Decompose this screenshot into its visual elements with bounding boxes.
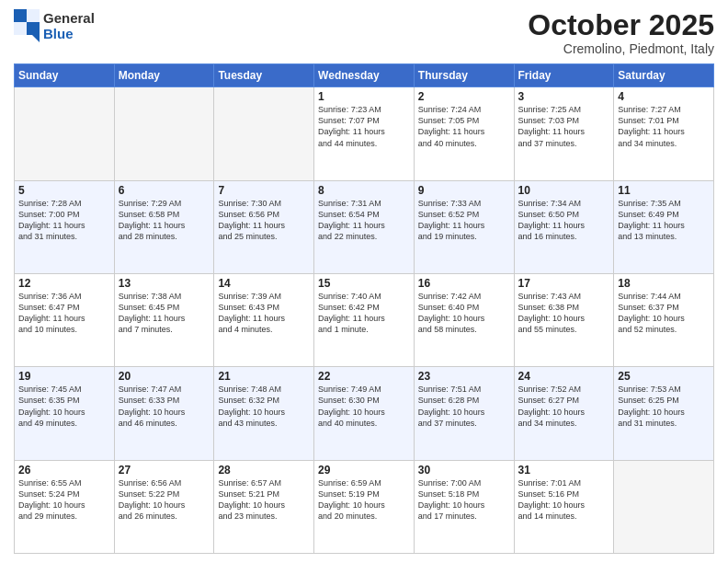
calendar-cell: 11Sunrise: 7:35 AM Sunset: 6:49 PM Dayli… bbox=[614, 180, 714, 273]
day-info: Sunrise: 7:49 AM Sunset: 6:30 PM Dayligh… bbox=[318, 384, 410, 429]
day-info: Sunrise: 7:45 AM Sunset: 6:35 PM Dayligh… bbox=[18, 384, 110, 429]
day-number: 3 bbox=[518, 90, 610, 103]
day-number: 8 bbox=[318, 184, 410, 197]
calendar-cell: 28Sunrise: 6:57 AM Sunset: 5:21 PM Dayli… bbox=[214, 460, 314, 553]
day-number: 17 bbox=[518, 277, 610, 290]
day-info: Sunrise: 7:30 AM Sunset: 6:56 PM Dayligh… bbox=[218, 198, 310, 243]
day-header-monday: Monday bbox=[114, 64, 214, 87]
day-number: 11 bbox=[618, 184, 710, 197]
day-info: Sunrise: 7:48 AM Sunset: 6:32 PM Dayligh… bbox=[218, 384, 310, 429]
day-number: 7 bbox=[218, 184, 310, 197]
day-header-friday: Friday bbox=[514, 64, 614, 87]
day-info: Sunrise: 7:29 AM Sunset: 6:58 PM Dayligh… bbox=[119, 198, 210, 243]
day-info: Sunrise: 6:56 AM Sunset: 5:22 PM Dayligh… bbox=[119, 477, 210, 523]
day-number: 20 bbox=[119, 370, 210, 383]
calendar-week-row: 1Sunrise: 7:23 AM Sunset: 7:07 PM Daylig… bbox=[15, 87, 714, 180]
day-number: 26 bbox=[18, 464, 110, 477]
day-header-sunday: Sunday bbox=[15, 64, 115, 87]
day-header-wednesday: Wednesday bbox=[314, 64, 415, 87]
day-number: 1 bbox=[318, 90, 410, 103]
day-info: Sunrise: 7:43 AM Sunset: 6:38 PM Dayligh… bbox=[518, 291, 610, 336]
day-info: Sunrise: 7:23 AM Sunset: 7:07 PM Dayligh… bbox=[318, 104, 410, 149]
calendar-cell: 5Sunrise: 7:28 AM Sunset: 7:00 PM Daylig… bbox=[15, 180, 115, 273]
day-header-tuesday: Tuesday bbox=[214, 64, 314, 87]
calendar-cell: 2Sunrise: 7:24 AM Sunset: 7:05 PM Daylig… bbox=[414, 87, 514, 180]
day-number: 9 bbox=[418, 184, 510, 197]
calendar-cell: 12Sunrise: 7:36 AM Sunset: 6:47 PM Dayli… bbox=[15, 273, 115, 366]
svg-marker-4 bbox=[27, 29, 40, 42]
svg-rect-2 bbox=[14, 22, 27, 35]
calendar-cell: 7Sunrise: 7:30 AM Sunset: 6:56 PM Daylig… bbox=[214, 180, 314, 273]
day-info: Sunrise: 7:00 AM Sunset: 5:18 PM Dayligh… bbox=[418, 477, 510, 523]
calendar-cell bbox=[214, 87, 314, 180]
day-info: Sunrise: 7:01 AM Sunset: 5:16 PM Dayligh… bbox=[518, 477, 610, 523]
calendar-cell bbox=[15, 87, 115, 180]
day-number: 2 bbox=[418, 90, 510, 103]
day-info: Sunrise: 7:25 AM Sunset: 7:03 PM Dayligh… bbox=[518, 104, 610, 149]
calendar-week-row: 12Sunrise: 7:36 AM Sunset: 6:47 PM Dayli… bbox=[15, 273, 714, 366]
calendar-cell: 21Sunrise: 7:48 AM Sunset: 6:32 PM Dayli… bbox=[214, 367, 314, 460]
calendar-cell: 20Sunrise: 7:47 AM Sunset: 6:33 PM Dayli… bbox=[114, 367, 214, 460]
day-number: 19 bbox=[18, 370, 110, 383]
logo: General Blue bbox=[14, 9, 95, 42]
calendar-cell: 22Sunrise: 7:49 AM Sunset: 6:30 PM Dayli… bbox=[314, 367, 415, 460]
day-number: 24 bbox=[518, 370, 610, 383]
calendar-cell: 17Sunrise: 7:43 AM Sunset: 6:38 PM Dayli… bbox=[514, 273, 614, 366]
day-number: 21 bbox=[218, 370, 310, 383]
logo-general: General bbox=[43, 10, 95, 26]
day-header-saturday: Saturday bbox=[614, 64, 714, 87]
calendar-cell bbox=[614, 460, 714, 553]
day-number: 29 bbox=[318, 464, 410, 477]
calendar-cell: 25Sunrise: 7:53 AM Sunset: 6:25 PM Dayli… bbox=[614, 367, 714, 460]
calendar-week-row: 5Sunrise: 7:28 AM Sunset: 7:00 PM Daylig… bbox=[15, 180, 714, 273]
day-info: Sunrise: 7:42 AM Sunset: 6:40 PM Dayligh… bbox=[418, 291, 510, 336]
day-info: Sunrise: 6:59 AM Sunset: 5:19 PM Dayligh… bbox=[318, 477, 410, 523]
day-info: Sunrise: 7:34 AM Sunset: 6:50 PM Dayligh… bbox=[518, 198, 610, 243]
calendar-cell: 23Sunrise: 7:51 AM Sunset: 6:28 PM Dayli… bbox=[414, 367, 514, 460]
day-info: Sunrise: 7:31 AM Sunset: 6:54 PM Dayligh… bbox=[318, 198, 410, 243]
day-info: Sunrise: 7:40 AM Sunset: 6:42 PM Dayligh… bbox=[318, 291, 410, 336]
day-info: Sunrise: 7:27 AM Sunset: 7:01 PM Dayligh… bbox=[618, 104, 710, 149]
calendar-cell: 27Sunrise: 6:56 AM Sunset: 5:22 PM Dayli… bbox=[114, 460, 214, 553]
day-info: Sunrise: 7:52 AM Sunset: 6:27 PM Dayligh… bbox=[518, 384, 610, 429]
day-info: Sunrise: 7:39 AM Sunset: 6:43 PM Dayligh… bbox=[218, 291, 310, 336]
calendar-week-row: 26Sunrise: 6:55 AM Sunset: 5:24 PM Dayli… bbox=[15, 460, 714, 553]
day-number: 27 bbox=[119, 464, 210, 477]
day-number: 30 bbox=[418, 464, 510, 477]
day-number: 6 bbox=[119, 184, 210, 197]
calendar-cell: 4Sunrise: 7:27 AM Sunset: 7:01 PM Daylig… bbox=[614, 87, 714, 180]
month-title: October 2025 bbox=[528, 9, 714, 41]
day-number: 22 bbox=[318, 370, 410, 383]
calendar-cell: 19Sunrise: 7:45 AM Sunset: 6:35 PM Dayli… bbox=[15, 367, 115, 460]
day-number: 14 bbox=[218, 277, 310, 290]
day-info: Sunrise: 7:35 AM Sunset: 6:49 PM Dayligh… bbox=[618, 198, 710, 243]
calendar-cell: 29Sunrise: 6:59 AM Sunset: 5:19 PM Dayli… bbox=[314, 460, 415, 553]
day-info: Sunrise: 7:33 AM Sunset: 6:52 PM Dayligh… bbox=[418, 198, 510, 243]
day-number: 25 bbox=[618, 370, 710, 383]
calendar-cell: 1Sunrise: 7:23 AM Sunset: 7:07 PM Daylig… bbox=[314, 87, 415, 180]
calendar-cell: 10Sunrise: 7:34 AM Sunset: 6:50 PM Dayli… bbox=[514, 180, 614, 273]
day-number: 16 bbox=[418, 277, 510, 290]
day-info: Sunrise: 6:57 AM Sunset: 5:21 PM Dayligh… bbox=[218, 477, 310, 523]
day-info: Sunrise: 7:28 AM Sunset: 7:00 PM Dayligh… bbox=[18, 198, 110, 243]
calendar-cell: 18Sunrise: 7:44 AM Sunset: 6:37 PM Dayli… bbox=[614, 273, 714, 366]
day-number: 5 bbox=[18, 184, 110, 197]
day-info: Sunrise: 6:55 AM Sunset: 5:24 PM Dayligh… bbox=[18, 477, 110, 523]
day-number: 10 bbox=[518, 184, 610, 197]
calendar-cell: 8Sunrise: 7:31 AM Sunset: 6:54 PM Daylig… bbox=[314, 180, 415, 273]
header: General Blue October 2025 Cremolino, Pie… bbox=[14, 9, 714, 56]
calendar-table: SundayMondayTuesdayWednesdayThursdayFrid… bbox=[14, 63, 714, 554]
day-number: 13 bbox=[119, 277, 210, 290]
svg-rect-0 bbox=[14, 9, 27, 22]
calendar-cell: 6Sunrise: 7:29 AM Sunset: 6:58 PM Daylig… bbox=[114, 180, 214, 273]
day-number: 28 bbox=[218, 464, 310, 477]
calendar-cell: 13Sunrise: 7:38 AM Sunset: 6:45 PM Dayli… bbox=[114, 273, 214, 366]
logo-icon bbox=[14, 9, 40, 42]
title-block: October 2025 Cremolino, Piedmont, Italy bbox=[528, 9, 714, 56]
day-number: 18 bbox=[618, 277, 710, 290]
calendar-cell bbox=[114, 87, 214, 180]
calendar-cell: 24Sunrise: 7:52 AM Sunset: 6:27 PM Dayli… bbox=[514, 367, 614, 460]
day-number: 4 bbox=[618, 90, 710, 103]
day-info: Sunrise: 7:36 AM Sunset: 6:47 PM Dayligh… bbox=[18, 291, 110, 336]
calendar-cell: 9Sunrise: 7:33 AM Sunset: 6:52 PM Daylig… bbox=[414, 180, 514, 273]
